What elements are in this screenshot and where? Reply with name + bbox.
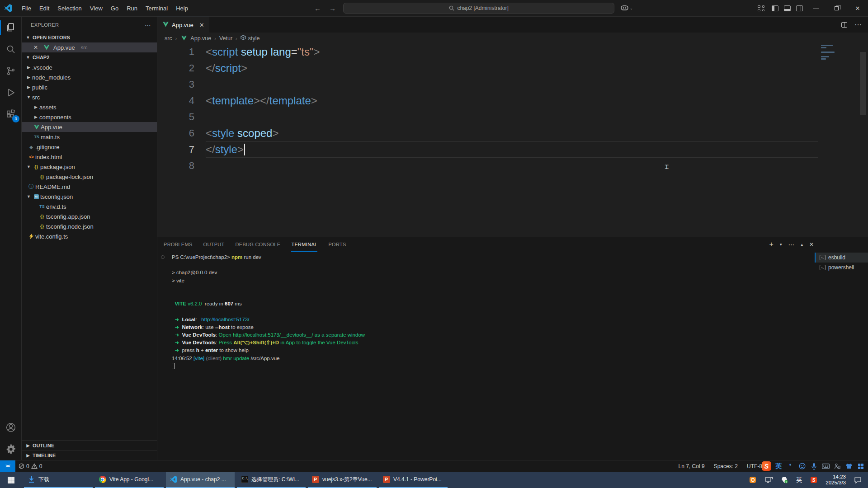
tree-item-package-json[interactable]: ▼{}package.json — [22, 162, 157, 172]
indentation-status[interactable]: Spaces: 2 — [711, 460, 741, 472]
tree-item-app-vue[interactable]: App.vue — [22, 122, 157, 132]
ime-language-indicator[interactable]: 英 — [774, 462, 783, 471]
minimap[interactable] — [818, 44, 858, 237]
breadcrumb-item-app-vue[interactable]: App.vue — [180, 35, 211, 42]
menu-view[interactable]: View — [86, 0, 107, 17]
minimize-button[interactable]: — — [806, 0, 826, 17]
taskbar-button-vscode[interactable]: App.vue - chap2 ... — [166, 472, 235, 488]
tab-app-vue[interactable]: App.vue ✕ — [157, 17, 209, 33]
taskbar-button-ppt[interactable]: PV4.4.1 - PowerPoi... — [379, 472, 448, 488]
tree-item-src[interactable]: ▼src — [22, 92, 157, 102]
tree-item-env-d-ts[interactable]: TSenv.d.ts — [22, 202, 157, 211]
customize-layout-icon[interactable] — [758, 5, 764, 11]
menu-terminal[interactable]: Terminal — [142, 0, 172, 17]
cursor-position-status[interactable]: Ln 7, Col 9 — [675, 460, 708, 472]
tree-item-readme-md[interactable]: ⓘREADME.md — [22, 182, 157, 192]
panel-tab-problems[interactable]: PROBLEMS — [164, 237, 193, 252]
remote-indicator[interactable]: >< — [0, 460, 15, 472]
tree-item-assets[interactable]: ▶assets — [22, 102, 157, 112]
tree-item-tsconfig-node-json[interactable]: {}tsconfig.node.json — [22, 221, 157, 231]
code-editor[interactable]: 1<script setup lang="ts">2</script>34<te… — [157, 44, 868, 237]
ime-keyboard-icon[interactable] — [821, 462, 830, 471]
tree-item-tsconfig-json[interactable]: ▼TStsconfig.json — [22, 192, 157, 202]
nav-forward-button[interactable]: → — [329, 5, 336, 12]
restore-button[interactable] — [826, 0, 847, 17]
notification-center-icon[interactable] — [854, 476, 862, 484]
taskbar-button-chrome[interactable]: Vite App - Googl... — [95, 472, 164, 488]
close-panel-icon[interactable]: ✕ — [809, 241, 814, 248]
start-button[interactable] — [0, 472, 22, 488]
ime-punctuation-icon[interactable]: ❜ — [786, 462, 795, 471]
ime-handwriting-icon[interactable] — [833, 462, 842, 471]
open-editors-header[interactable]: ▼ OPEN EDITORS — [22, 33, 157, 42]
toggle-secondary-sidebar-icon[interactable] — [796, 5, 803, 11]
outline-section-header[interactable]: ▶ OUTLINE — [22, 440, 157, 450]
tree-item-components[interactable]: ▶components — [22, 112, 157, 122]
ime-emoji-icon[interactable] — [797, 462, 807, 471]
tree-item-public[interactable]: ▶public — [22, 82, 157, 92]
command-center-search[interactable]: chap2 [Administrator] — [343, 3, 614, 14]
new-terminal-icon[interactable]: + — [769, 240, 774, 249]
tree-item--vscode[interactable]: ▶.vscode — [22, 62, 157, 72]
sogou-input-icon[interactable]: S — [762, 461, 771, 471]
close-button[interactable]: ✕ — [847, 0, 868, 17]
toggle-sidebar-icon[interactable] — [772, 5, 778, 11]
tree-item-index-html[interactable]: <>index.html — [22, 152, 157, 162]
terminal-instance-esbuild[interactable]: >_esbuild — [815, 253, 868, 263]
terminal-dropdown-icon[interactable]: ▾ — [780, 242, 782, 247]
menu-file[interactable]: File — [18, 0, 35, 17]
tree-item--gitignore[interactable]: ◆.gitignore — [22, 142, 157, 152]
ime-voice-icon[interactable] — [809, 462, 818, 471]
activity-source-control-button[interactable] — [0, 60, 22, 82]
menu-go[interactable]: Go — [107, 0, 123, 17]
split-editor-icon[interactable] — [841, 22, 847, 28]
panel-tab-debug-console[interactable]: DEBUG CONSOLE — [236, 237, 281, 252]
maximize-panel-icon[interactable]: ▴ — [801, 242, 803, 247]
editor-scrollbar[interactable] — [858, 44, 868, 237]
tree-item-node-modules[interactable]: ▶node_modules — [22, 72, 157, 82]
taskbar-button-download[interactable]: 下载 — [24, 472, 93, 488]
project-folder-header[interactable]: ▼ CHAP2 — [22, 52, 157, 62]
activity-explorer-button[interactable] — [0, 17, 22, 38]
breadcrumb-item-vetur[interactable]: Vetur — [219, 35, 232, 42]
tray-network-icon[interactable] — [764, 476, 773, 484]
menu-selection[interactable]: Selection — [53, 0, 85, 17]
command-decoration-icon[interactable] — [161, 255, 165, 259]
menu-help[interactable]: Help — [172, 0, 192, 17]
taskbar-button-ppt[interactable]: Pvuejs3.x-第2章Vue... — [308, 472, 377, 488]
panel-tab-output[interactable]: OUTPUT — [203, 237, 225, 252]
settings-button[interactable] — [0, 438, 22, 460]
toggle-panel-icon[interactable] — [784, 5, 791, 11]
activity-extensions-button[interactable]: 3 — [0, 103, 22, 125]
timeline-section-header[interactable]: ▶ TIMELINE — [22, 450, 157, 460]
tray-sogou-icon[interactable]: S — [810, 476, 818, 484]
panel-tab-ports[interactable]: PORTS — [328, 237, 346, 252]
tree-item-package-lock-json[interactable]: {}package-lock.json — [22, 172, 157, 182]
close-editor-icon[interactable]: ✕ — [33, 44, 40, 51]
taskbar-button-cmd[interactable]: C:\_选择管理员: C:\Wi... — [237, 472, 306, 488]
account-button[interactable] — [0, 417, 22, 438]
tree-item-vite-config-ts[interactable]: vite.config.ts — [22, 231, 157, 241]
panel-tab-terminal[interactable]: TERMINAL — [291, 237, 317, 252]
tab-close-icon[interactable]: ✕ — [199, 22, 204, 28]
menu-edit[interactable]: Edit — [35, 0, 53, 17]
ime-skin-icon[interactable] — [844, 462, 854, 471]
nav-back-button[interactable]: ← — [314, 5, 321, 12]
ime-toolbox-icon[interactable] — [856, 462, 865, 471]
terminal-output[interactable]: PS C:\vueProject\chap2> npm run dev> cha… — [172, 253, 809, 370]
tray-driver-icon[interactable] — [780, 476, 788, 484]
menu-run[interactable]: Run — [123, 0, 142, 17]
tray-clock[interactable]: 14:23 2025/3/3 — [826, 474, 846, 486]
tray-app-orange-icon[interactable] — [749, 476, 757, 484]
activity-run-debug-button[interactable] — [0, 82, 22, 103]
editor-more-actions-icon[interactable]: ⋯ — [854, 20, 862, 29]
tree-item-main-ts[interactable]: TSmain.ts — [22, 132, 157, 142]
problems-status[interactable]: 0 0 — [15, 460, 45, 472]
breadcrumb-item-src[interactable]: src — [165, 35, 172, 42]
terminal-instance-powershell[interactable]: >_powershell — [815, 263, 868, 272]
copilot-button[interactable]: ⌄ — [621, 5, 633, 11]
tray-ime-language[interactable]: 英 — [796, 476, 802, 484]
breadcrumb-item-style[interactable]: style — [241, 35, 260, 42]
activity-search-button[interactable] — [0, 38, 22, 60]
open-editor-item[interactable]: ✕App.vuesrc — [22, 42, 157, 52]
